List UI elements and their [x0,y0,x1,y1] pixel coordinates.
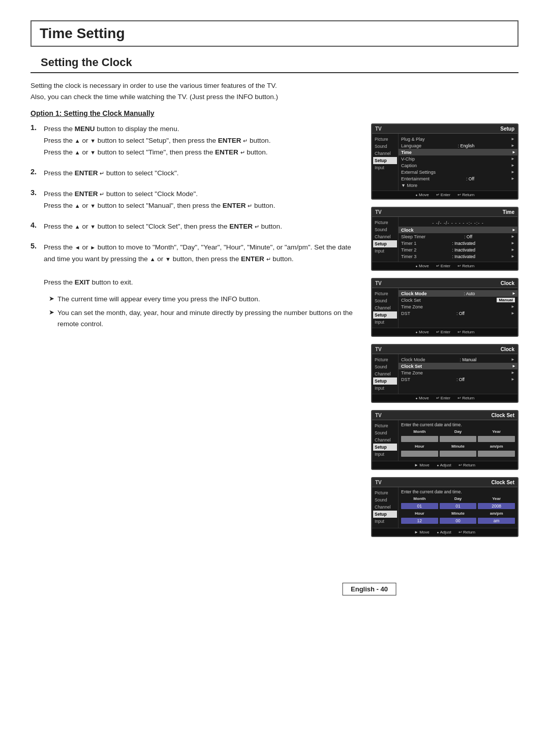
sidebar-sound: Sound [373,363,397,370]
clock-set-labels1: Month Day Year [401,496,515,501]
tv-screen-clockset1-body: Picture Sound Channel Setup Input Enter … [372,420,517,461]
tv-screen-setup-body: Picture Sound Channel Setup Input Plug &… [372,134,517,191]
sidebar-setup: Setup [373,240,397,247]
screens-column: TV Setup Picture Sound Channel Setup Inp… [371,123,518,537]
step-2-content: Press the ENTER ↵ button to select "Cloc… [44,168,178,179]
tv-screen-clockset1: TV Clock Set Picture Sound Channel Setup… [371,410,518,470]
step-1-num: 1. [30,123,39,132]
page-footer: English - 40 [342,583,396,595]
tv-sidebar: Picture Sound Channel Setup Input [372,487,399,528]
tv-screen-time-header: TV Time [372,208,517,217]
tv-footer: ⬥ Move ↵ Enter ↩ Return [372,191,517,199]
sidebar-input: Input [373,247,397,255]
tv-sidebar: Picture Sound Channel Setup Input [372,420,399,461]
tv-row: Entertainment: Off► [401,175,515,182]
sidebar-channel: Channel [373,304,397,311]
tv-row: Language: English► [401,142,515,149]
tv-row: Timer 1: Inactivated► [401,240,515,246]
sidebar-picture: Picture [373,356,397,363]
sidebar-channel: Channel [373,436,397,444]
tv-sidebar: Picture Sound Channel Setup Input [372,217,399,262]
tv-screen-clockset2-body: Picture Sound Channel Setup Input Enter … [372,487,517,528]
step-2-num: 2. [30,168,39,176]
tv-screen-setup: TV Setup Picture Sound Channel Setup Inp… [371,123,518,200]
sidebar-picture: Picture [373,136,397,143]
tv-footer: ⬥ Move ↵ Enter ↩ Return [372,262,517,270]
tv-row: Time Zone► [401,303,515,310]
step-4: 4. Press the or button to select "Clock … [30,221,356,233]
bullet-2: ➤ You can set the month, day, year, hour… [49,307,356,329]
sidebar-picture: Picture [373,290,397,297]
tv-screen-time: TV Time Picture Sound Channel Setup Inpu… [371,207,518,271]
step-1-content: Press the MENU button to display the men… [44,123,270,159]
clock-set-inputs1-filled: 01 01 2008 [401,503,515,509]
time-display: - -/- -/- - - - - -:- -:- - [401,219,515,227]
step-3: 3. Press the ENTER ↵ button to select "C… [30,188,356,212]
tv-row: V-Chip► [401,155,515,162]
clock-set-labels2: Hour Minute am/pm [401,511,515,516]
step-3-num: 3. [30,188,39,197]
tv-row-clock: Clock► [399,227,517,233]
sidebar-sound: Sound [373,429,397,436]
step-4-content: Press the or button to select "Clock Set… [44,221,282,233]
tv-main-content: Clock Mode: Manual► Clock Set► Time Zone… [399,354,517,394]
sidebar-sound: Sound [373,143,397,150]
sidebar-input: Input [373,164,397,171]
sidebar-sound: Sound [373,226,397,233]
tv-main-content: Plug & Play► Language: English► Time► V-… [399,134,517,191]
tv-row: External Settings► [401,169,515,175]
tv-row: ▼ More [401,182,515,188]
tv-screen-clock2-header: TV Clock [372,345,517,354]
tv-sidebar: Picture Sound Channel Setup Input [372,288,399,328]
tv-screen-clockset2-header: TV Clock Set [372,478,517,487]
step-2: 2. Press the ENTER ↵ button to select "C… [30,168,356,179]
clock-set-inputs2 [401,451,515,457]
step-5-content: Press the or button to move to "Month", … [44,242,356,333]
sidebar-channel: Channel [373,233,397,240]
bullet-list: ➤ The current time will appear every tim… [49,294,356,330]
clock-set-labels1: Month Day Year [401,429,515,434]
sidebar-setup: Setup [373,444,397,451]
tv-sidebar: Picture Sound Channel Setup Input [372,354,399,394]
clock-set-inputs1 [401,436,515,442]
sidebar-picture: Picture [373,219,397,226]
tv-row: Sleep Timer: Off► [401,233,515,240]
tv-screen-setup-header: TV Setup [372,124,517,134]
tv-row-clockset: Clock Set► [399,363,517,369]
section-title: Setting the Clock [30,56,518,73]
tv-row: Clock SetManual [401,297,515,303]
tv-screen-clock: TV Clock Picture Sound Channel Setup Inp… [371,278,518,337]
tv-main-content: Enter the current date and time. Month D… [399,487,517,528]
sidebar-input: Input [373,518,397,525]
sidebar-input: Input [373,451,397,458]
tv-screen-clock2-body: Picture Sound Channel Setup Input Clock … [372,354,517,394]
tv-main-content: - -/- -/- - - - - -:- -:- - Clock► Sleep… [399,217,517,262]
tv-main-content: Enter the current date and time. Month D… [399,420,517,461]
tv-row: Plug & Play► [401,136,515,142]
tv-row: DST: Off► [401,376,515,383]
tv-screen-time-body: Picture Sound Channel Setup Input - -/- … [372,217,517,262]
sidebar-picture: Picture [373,422,397,429]
step-3-content: Press the ENTER ↵ button to select "Cloc… [44,188,275,212]
tv-screen-clockset1-header: TV Clock Set [372,411,517,420]
sidebar-channel: Channel [373,150,397,157]
bullet-1: ➤ The current time will appear every tim… [49,294,356,305]
tv-row: Time Zone► [401,369,515,376]
tv-main-content: Clock Mode: Auto► Clock SetManual Time Z… [399,288,517,328]
tv-screen-clock2: TV Clock Picture Sound Channel Setup Inp… [371,344,518,403]
step-5: 5. Press the or button to move to "Month… [30,242,356,333]
step-5-num: 5. [30,242,39,250]
sidebar-setup: Setup [373,511,397,518]
tv-sidebar: Picture Sound Channel Setup Input [372,134,399,191]
clock-set-prompt: Enter the current date and time. [401,489,515,494]
sidebar-setup: Setup [373,311,397,319]
sidebar-input: Input [373,385,397,392]
sidebar-sound: Sound [373,496,397,503]
instructions-column: 1. Press the MENU button to display the … [30,123,356,537]
tv-row-time: Time► [399,149,517,155]
tv-row: Caption► [401,162,515,169]
tv-screen-clockset2: TV Clock Set Picture Sound Channel Setup… [371,477,518,537]
sidebar-setup: Setup [373,157,397,164]
option-heading: Option 1: Setting the Clock Manually [30,109,518,117]
clock-set-labels2: Hour Minute am/pm [401,444,515,449]
